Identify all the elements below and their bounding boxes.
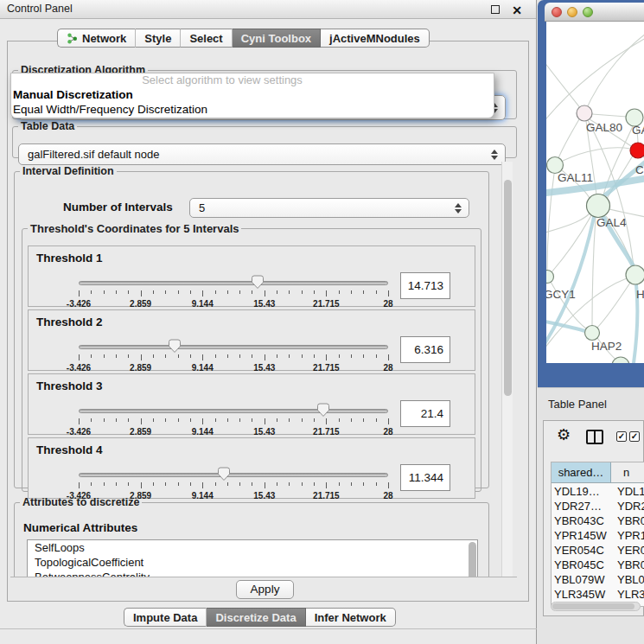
table-row[interactable]: YBR045CYBR0 <box>552 558 644 572</box>
slider-tick <box>116 418 117 422</box>
slider-track[interactable] <box>79 281 388 285</box>
slider-tick <box>265 290 265 296</box>
checkbox-icon[interactable]: ✓ <box>616 431 627 442</box>
threshold-4-slider[interactable]: -3.4262.8599.14415.4321.71528 <box>79 471 388 499</box>
slider-thumb[interactable] <box>251 275 264 290</box>
table-row[interactable]: YDL19…YDL1 <box>552 484 644 499</box>
table-row[interactable]: YLR345WYLR3 <box>552 587 644 602</box>
slider-scale-label: 28 <box>383 427 392 437</box>
table-row[interactable]: YER054CYER0 <box>552 543 644 558</box>
slider-tick <box>351 290 352 294</box>
attribute-list-item[interactable]: TopologicalCoefficient <box>28 555 477 570</box>
tab-cyni-toolbox[interactable]: Cyni Toolbox <box>233 29 321 48</box>
network-node[interactable] <box>577 105 592 121</box>
gear-icon[interactable]: ⚙ <box>557 427 571 443</box>
slider-tick <box>252 290 252 294</box>
slider-scale-label: 2.859 <box>130 299 151 309</box>
tab-jactivemnodules[interactable]: jActiveMNodules <box>321 29 430 48</box>
slider-tick <box>363 290 364 294</box>
network-node[interactable] <box>546 271 554 284</box>
slider-track[interactable] <box>79 473 388 477</box>
slider-tick <box>79 482 80 488</box>
checkbox-icon[interactable]: ✓ <box>629 431 640 442</box>
popup-item-manual-discretization[interactable]: Manual Discretization <box>11 87 494 102</box>
combo-stepper-icon[interactable] <box>490 149 499 161</box>
network-node[interactable] <box>585 326 600 341</box>
tab-network[interactable]: Network <box>57 29 136 48</box>
combo-stepper-icon[interactable] <box>454 202 462 214</box>
slider-scale-label: -3.426 <box>67 299 91 309</box>
close-window-icon[interactable] <box>552 7 562 17</box>
tab-network-label: Network <box>82 32 126 45</box>
network-canvas[interactable]: GAL80GAL1CYGAL11GAL4GCY1HHAP2 <box>546 22 644 363</box>
number-of-intervals-combobox[interactable]: 5 <box>189 198 469 218</box>
slider-tick <box>165 418 166 422</box>
tab-impute-data[interactable]: Impute Data <box>124 608 207 627</box>
slider-scale-label: 2.859 <box>130 427 151 437</box>
tab-select[interactable]: Select <box>181 29 232 48</box>
slider-track[interactable] <box>79 409 388 413</box>
numerical-attributes-list[interactable]: SelfLoopsTopologicalCoefficientBetweenne… <box>27 539 478 577</box>
tab-jactivemnodules-label: jActiveMNodules <box>329 32 420 45</box>
slider-tick <box>215 354 216 358</box>
attribute-list-item[interactable]: BetweennessCentrality <box>28 570 477 577</box>
zoom-window-icon[interactable] <box>583 7 593 17</box>
network-edge <box>546 214 590 234</box>
threshold-2-value-field[interactable]: 6.316 <box>400 336 450 363</box>
threshold-2-label: Threshold 2 <box>36 316 103 328</box>
float-panel-icon[interactable] <box>491 5 500 14</box>
threshold-1-value-field[interactable]: 14.713 <box>400 272 450 299</box>
settings-scrollbar[interactable] <box>501 162 513 577</box>
slider-tick <box>351 418 352 422</box>
slider-track[interactable] <box>79 345 388 349</box>
cell-shared-name: YDL19… <box>552 484 611 499</box>
network-node[interactable] <box>630 143 644 158</box>
network-window-titlebar[interactable] <box>545 3 644 22</box>
panel-bottom-divider <box>0 628 537 629</box>
close-panel-icon[interactable]: ✕ <box>512 2 522 20</box>
slider-tick <box>91 482 92 486</box>
slider-tick <box>302 290 303 294</box>
slider-scale-labels: -3.4262.8599.14415.4321.71528 <box>79 363 388 373</box>
columns-icon[interactable] <box>586 430 603 444</box>
threshold-2-slider[interactable]: -3.4262.8599.14415.4321.71528 <box>79 343 388 371</box>
popup-item-equal-width[interactable]: Equal Width/Frequency Discretization <box>11 102 494 117</box>
slider-ticks <box>79 418 388 425</box>
network-node[interactable] <box>626 265 644 284</box>
table-row[interactable]: YBL079WYBL0 <box>552 572 644 587</box>
node-table: shared… n YDL19…YDL1YDR27…YDR2YBR043CYBR… <box>551 462 644 607</box>
scrollbar-thumb[interactable] <box>552 603 634 609</box>
threshold-3-value-field[interactable]: 21.4 <box>400 400 450 427</box>
slider-tick <box>227 482 228 486</box>
threshold-3-slider[interactable]: -3.4262.8599.14415.4321.71528 <box>79 407 388 435</box>
tab-discretize-data[interactable]: Discretize Data <box>207 608 305 627</box>
network-node[interactable] <box>587 194 610 218</box>
table-row[interactable]: YBR043CYBR0 <box>552 513 644 528</box>
table-horizontal-scrollbar[interactable] <box>551 602 641 611</box>
slider-thumb[interactable] <box>316 403 329 418</box>
threshold-4-value-field[interactable]: 11.344 <box>400 464 450 491</box>
slider-tick <box>289 354 290 358</box>
column-header-shared-name[interactable]: shared… <box>552 462 611 483</box>
column-header-name[interactable]: n <box>611 462 644 483</box>
attributes-group-title: Attributes to discretize <box>20 496 142 508</box>
table-panel: ⚙ ✓ ✓ shared… n YDL19…YDL1YDR27…YDR2YBR0… <box>543 420 644 616</box>
apply-button[interactable]: Apply <box>236 580 294 599</box>
slider-thumb[interactable] <box>168 339 181 354</box>
slider-tick <box>128 290 129 294</box>
slider-thumb[interactable] <box>218 467 231 481</box>
attribute-list-item[interactable]: SelfLoops <box>28 540 477 555</box>
slider-scale-labels: -3.4262.8599.14415.4321.71528 <box>79 299 388 309</box>
scrollbar-thumb[interactable] <box>504 180 512 396</box>
slider-scale-label: 15.43 <box>253 427 275 437</box>
tab-infer-network[interactable]: Infer Network <box>306 608 396 627</box>
table-row[interactable]: YPR145WYPR1 <box>552 528 644 543</box>
threshold-1-slider[interactable]: -3.4262.8599.14415.4321.71528 <box>79 279 388 307</box>
tab-style[interactable]: Style <box>136 29 181 48</box>
slider-tick <box>215 418 216 422</box>
slider-tick <box>326 482 327 488</box>
table-row[interactable]: YDR27…YDR2 <box>552 499 644 513</box>
minimize-window-icon[interactable] <box>567 7 577 17</box>
network-edge <box>592 218 596 325</box>
list-scrollbar[interactable] <box>469 542 476 577</box>
